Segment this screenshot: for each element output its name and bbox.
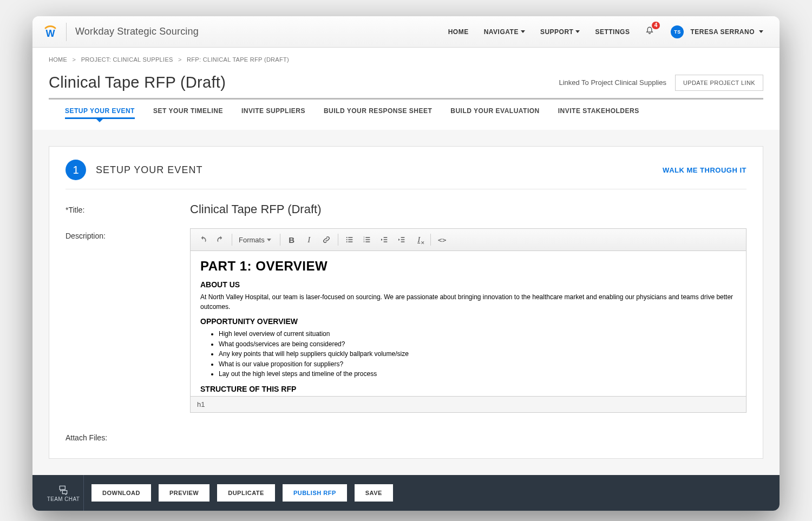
svg-text:W: W — [46, 28, 55, 39]
brand-name: Workday Strategic Sourcing — [75, 26, 199, 37]
attach-files-row: Attach Files: — [66, 425, 746, 442]
code-button[interactable]: <> — [434, 232, 450, 247]
bold-button[interactable]: B — [284, 232, 300, 247]
editor-bullets: High level overview of current situation… — [219, 329, 736, 379]
breadcrumb-home[interactable]: HOME — [49, 56, 67, 63]
editor-content[interactable]: PART 1: OVERVIEW ABOUT US At North Valle… — [191, 251, 746, 396]
setup-panel: 1 SETUP YOUR EVENT WALK ME THROUGH IT *T… — [49, 146, 763, 459]
tab-build-evaluation[interactable]: BUILD YOUR EVALUATION — [450, 107, 540, 118]
tab-setup-event[interactable]: SETUP YOUR EVENT — [65, 107, 135, 118]
publish-rfp-button[interactable]: PUBLISH RFP — [283, 484, 347, 502]
tabs: SETUP YOUR EVENT SET YOUR TIMELINE INVIT… — [49, 100, 763, 130]
nav-navigate-label: NAVIGATE — [484, 28, 519, 36]
editor-p-about: At North Valley Hospital, our team is la… — [200, 292, 736, 312]
chat-icon — [58, 484, 69, 495]
chevron-down-icon — [759, 30, 763, 33]
nav-support-label: SUPPORT — [540, 28, 574, 36]
tab-set-timeline[interactable]: SET YOUR TIMELINE — [153, 107, 223, 118]
title-row: Clinical Tape RFP (Draft) Linked To Proj… — [49, 74, 763, 91]
link-button[interactable] — [318, 232, 335, 247]
nav-settings[interactable]: SETTINGS — [595, 28, 630, 36]
chevron-down-icon — [267, 239, 271, 241]
notification-badge: 4 — [652, 22, 660, 29]
nav-home[interactable]: HOME — [448, 28, 469, 36]
editor-bullet: What is our value proposition for suppli… — [219, 359, 736, 370]
top-nav: W Workday Strategic Sourcing HOME NAVIGA… — [32, 16, 780, 48]
brand-area: W Workday Strategic Sourcing — [43, 23, 199, 41]
formats-dropdown[interactable]: Formats — [235, 232, 277, 247]
description-row-field: Description: Formats B I 123 — [66, 228, 746, 413]
nav-navigate[interactable]: NAVIGATE — [484, 28, 525, 36]
description-label: Description: — [66, 228, 190, 240]
avatar: TS — [671, 25, 684, 38]
chevron-down-icon — [521, 30, 525, 33]
svg-text:3: 3 — [363, 240, 365, 243]
title-row-field: *Title: Clinical Tape RFP (Draft) — [66, 202, 746, 216]
breadcrumb-project[interactable]: PROJECT: CLINICAL SUPPLIES — [81, 56, 173, 63]
bullet-list-button[interactable] — [342, 232, 358, 247]
editor-status-bar: h1 — [191, 396, 746, 412]
workday-logo-icon: W — [43, 25, 57, 39]
title-label: *Title: — [66, 202, 190, 214]
editor-h2-structure: STRUCTURE OF THIS RFP — [200, 385, 736, 393]
nav-home-label: HOME — [448, 28, 469, 36]
step-number-badge: 1 — [66, 160, 86, 180]
step-title: SETUP YOUR EVENT — [96, 164, 202, 176]
tab-invite-stakeholders[interactable]: INVITE STAKEHOLDERS — [558, 107, 639, 118]
update-project-link-button[interactable]: UPDATE PROJECT LINK — [675, 75, 763, 91]
bottom-action-bar: TEAM CHAT DOWNLOAD PREVIEW DUPLICATE PUB… — [32, 475, 780, 511]
svg-point-1 — [346, 237, 347, 238]
tab-invite-suppliers[interactable]: INVITE SUPPLIERS — [241, 107, 305, 118]
indent-button[interactable] — [394, 232, 410, 247]
brand-divider — [66, 23, 67, 41]
app-window: W Workday Strategic Sourcing HOME NAVIGA… — [32, 16, 780, 511]
tab-build-response-sheet[interactable]: BUILD YOUR RESPONSE SHEET — [324, 107, 432, 118]
rich-text-editor: Formats B I 123 I✕ <> — [190, 228, 746, 413]
linked-project-text: Linked To Project Clinical Supplies — [559, 78, 666, 87]
svg-point-2 — [346, 239, 347, 240]
editor-h2-about: ABOUT US — [200, 280, 736, 289]
clear-formatting-button[interactable]: I✕ — [411, 232, 427, 247]
breadcrumb: HOME > PROJECT: CLINICAL SUPPLIES > RFP:… — [49, 56, 763, 63]
title-input[interactable]: Clinical Tape RFP (Draft) — [190, 202, 746, 216]
editor-bullet: What goods/services are being considered… — [219, 339, 736, 349]
outdent-button[interactable] — [376, 232, 392, 247]
undo-button[interactable] — [195, 232, 211, 247]
redo-button[interactable] — [212, 232, 228, 247]
preview-button[interactable]: PREVIEW — [159, 484, 209, 502]
editor-bullet: Lay out the high level steps and timelin… — [219, 369, 736, 379]
chevron-down-icon — [575, 30, 580, 33]
user-menu[interactable]: TS TERESA SERRANO — [671, 25, 763, 38]
breadcrumb-rfp: RFP: CLINICAL TAPE RFP (DRAFT) — [187, 56, 289, 63]
notifications-button[interactable]: 4 — [645, 26, 656, 38]
attach-files-label: Attach Files: — [66, 430, 190, 442]
duplicate-button[interactable]: DUPLICATE — [217, 484, 275, 502]
team-chat-button[interactable]: TEAM CHAT — [43, 475, 84, 511]
editor-h2-opportunity: OPPORTUNITY OVERVIEW — [200, 317, 736, 326]
title-actions: Linked To Project Clinical Supplies UPDA… — [559, 75, 763, 91]
nav-links: HOME NAVIGATE SUPPORT SETTINGS 4 TS TERE… — [448, 25, 763, 38]
editor-h1: PART 1: OVERVIEW — [200, 259, 736, 274]
save-button[interactable]: SAVE — [355, 484, 393, 502]
step-header: 1 SETUP YOUR EVENT WALK ME THROUGH IT — [66, 160, 746, 189]
italic-button[interactable]: I — [301, 232, 317, 247]
editor-toolbar: Formats B I 123 I✕ <> — [191, 229, 746, 251]
nav-support[interactable]: SUPPORT — [540, 28, 580, 36]
numbered-list-button[interactable]: 123 — [359, 232, 375, 247]
team-chat-label: TEAM CHAT — [47, 496, 80, 502]
svg-point-3 — [346, 241, 347, 242]
download-button[interactable]: DOWNLOAD — [91, 484, 151, 502]
user-name-label: TERESA SERRANO — [690, 28, 755, 36]
editor-bullet: Any key points that will help suppliers … — [219, 349, 736, 359]
walk-me-through-it-link[interactable]: WALK ME THROUGH IT — [663, 166, 746, 174]
page-head: HOME > PROJECT: CLINICAL SUPPLIES > RFP:… — [32, 48, 780, 130]
editor-bullet: High level overview of current situation — [219, 329, 736, 339]
page-title: Clinical Tape RFP (Draft) — [49, 74, 226, 91]
content-area: 1 SETUP YOUR EVENT WALK ME THROUGH IT *T… — [32, 130, 780, 475]
nav-settings-label: SETTINGS — [595, 28, 630, 36]
